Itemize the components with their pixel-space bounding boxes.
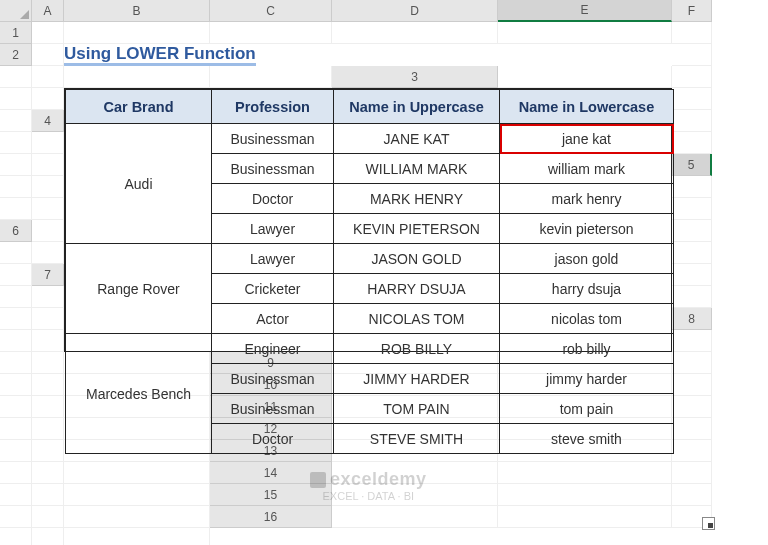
cell-D13[interactable] [0, 462, 32, 484]
cell-F3[interactable] [0, 110, 32, 132]
cell-D2[interactable] [32, 66, 64, 88]
cell-E4[interactable] [0, 154, 32, 176]
cell-upper[interactable]: STEVE SMITH [334, 424, 500, 454]
row-header-2[interactable]: 2 [0, 44, 32, 66]
cell-profession[interactable]: Engineer [212, 334, 334, 364]
cell-D10[interactable] [0, 396, 32, 418]
cell-upper[interactable]: NICOLAS TOM [334, 304, 500, 334]
cell-lower[interactable]: steve smith [500, 424, 674, 454]
cell-B2[interactable] [672, 44, 712, 66]
cell-lower[interactable]: tom pain [500, 394, 674, 424]
th-brand[interactable]: Car Brand [66, 90, 212, 124]
cell-upper[interactable]: JANE KAT [334, 124, 500, 154]
col-header-F[interactable]: F [672, 0, 712, 22]
cell-D8[interactable] [0, 352, 32, 374]
cell-lower[interactable]: jane kat [500, 124, 674, 154]
cell-brand[interactable]: Marcedes Bench [66, 334, 212, 454]
cell-A5[interactable] [0, 176, 32, 198]
cell-upper[interactable]: MARK HENRY [334, 184, 500, 214]
cell-profession[interactable]: Actor [212, 304, 334, 334]
cell-C2[interactable] [0, 66, 32, 88]
cell-D11[interactable] [0, 418, 32, 440]
cell-C7[interactable] [32, 286, 64, 308]
cell-upper[interactable]: WILLIAM MARK [334, 154, 500, 184]
row-header-16[interactable]: 16 [210, 506, 332, 528]
cell-A16[interactable] [332, 506, 498, 528]
row-header-3[interactable]: 3 [332, 66, 498, 88]
cell-profession[interactable]: Doctor [212, 184, 334, 214]
cell-F15[interactable] [64, 506, 210, 528]
row-header-8[interactable]: 8 [672, 308, 712, 330]
row-header-4[interactable]: 4 [32, 110, 64, 132]
row-header-5[interactable]: 5 [672, 154, 712, 176]
cell-A4[interactable] [672, 110, 712, 132]
cell-F5[interactable] [672, 198, 712, 220]
cell-D7[interactable] [672, 286, 712, 308]
cell-E16[interactable] [32, 528, 64, 545]
cell-B14[interactable] [498, 462, 672, 484]
cell-E9[interactable] [32, 374, 64, 396]
cell-E6[interactable] [672, 242, 712, 264]
cell-lower[interactable]: nicolas tom [500, 304, 674, 334]
cell-C15[interactable] [672, 484, 712, 506]
col-header-C[interactable]: C [210, 0, 332, 22]
row-header-6[interactable]: 6 [0, 220, 32, 242]
cell-A15[interactable] [332, 484, 498, 506]
cell-upper[interactable]: HARRY DSUJA [334, 274, 500, 304]
cell-D3[interactable] [32, 88, 64, 110]
cell-D14[interactable] [0, 484, 32, 506]
cell-C6[interactable] [0, 242, 32, 264]
cell-B3[interactable] [672, 66, 712, 88]
cell-F16[interactable] [64, 528, 210, 545]
cell-lower[interactable]: harry dsuja [500, 274, 674, 304]
cell-A14[interactable] [332, 462, 498, 484]
cell-D1[interactable] [332, 22, 498, 44]
cell-E12[interactable] [32, 440, 64, 462]
cell-C9[interactable] [672, 352, 712, 374]
cell-E14[interactable] [32, 484, 64, 506]
cell-C10[interactable] [672, 374, 712, 396]
cell-brand[interactable]: Range Rover [66, 244, 212, 334]
cell-B6[interactable] [672, 220, 712, 242]
col-header-D[interactable]: D [332, 0, 498, 22]
cell-C11[interactable] [672, 396, 712, 418]
cell-D6[interactable] [32, 242, 64, 264]
cell-upper[interactable]: TOM PAIN [334, 394, 500, 424]
th-lower[interactable]: Name in Lowercase [500, 90, 674, 124]
cell-profession[interactable]: Businessman [212, 394, 334, 424]
col-header-B[interactable]: B [64, 0, 210, 22]
col-header-E[interactable]: E [498, 0, 672, 22]
cell-B1[interactable] [64, 22, 210, 44]
cell-F2[interactable] [210, 66, 332, 88]
cell-D12[interactable] [0, 440, 32, 462]
th-profession[interactable]: Profession [212, 90, 334, 124]
cell-C14[interactable] [672, 462, 712, 484]
cell-C13[interactable] [672, 440, 712, 462]
cell-profession[interactable]: Cricketer [212, 274, 334, 304]
col-header-A[interactable]: A [32, 0, 64, 22]
th-upper[interactable]: Name in Uppercase [334, 90, 500, 124]
cell-profession[interactable]: Businessman [212, 154, 334, 184]
cell-B7[interactable] [0, 286, 32, 308]
cell-D5[interactable] [0, 198, 32, 220]
cell-C1[interactable] [210, 22, 332, 44]
cell-lower[interactable]: rob billy [500, 334, 674, 364]
cell-F13[interactable] [64, 462, 210, 484]
cell-upper[interactable]: JIMMY HARDER [334, 364, 500, 394]
cell-upper[interactable]: ROB BILLY [334, 334, 500, 364]
cell-A3[interactable] [498, 66, 672, 88]
cell-F7[interactable] [32, 308, 64, 330]
cell-C5[interactable] [672, 176, 712, 198]
row-header-1[interactable]: 1 [0, 22, 32, 44]
cell-B15[interactable] [498, 484, 672, 506]
cell-A1[interactable] [32, 22, 64, 44]
cell-E2[interactable] [64, 66, 210, 88]
cell-D15[interactable] [0, 506, 32, 528]
cell-C4[interactable] [32, 132, 64, 154]
cell-F6[interactable] [0, 264, 32, 286]
cell-upper[interactable]: KEVIN PIETERSON [334, 214, 500, 244]
cell-C3[interactable] [0, 88, 32, 110]
cell-F1[interactable] [672, 22, 712, 44]
cell-E7[interactable] [0, 308, 32, 330]
cell-E8[interactable] [32, 352, 64, 374]
